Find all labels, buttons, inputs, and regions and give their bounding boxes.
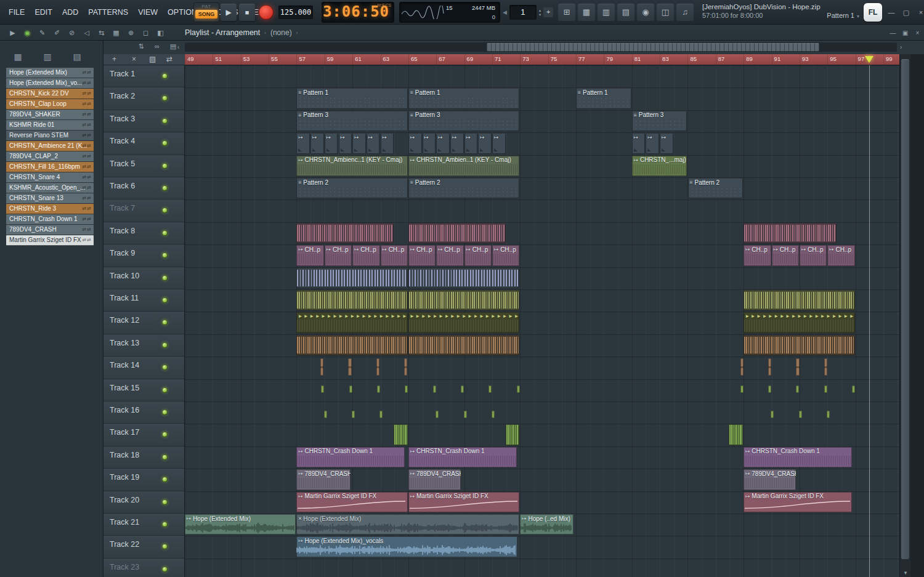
track-header-track-9[interactable]: Track 9	[103, 244, 185, 267]
clip-martin-garrix-sziget-id-fx[interactable]: ↦Martin Garrix Sziget ID FX	[744, 492, 852, 512]
spin-down-icon[interactable]: ▾	[539, 12, 541, 17]
track-header-track-21[interactable]: Track 21	[103, 514, 185, 536]
clip-cell[interactable]: ↦	[423, 133, 436, 153]
add-marker-button[interactable]: +	[112, 55, 116, 63]
scroll-down-icon[interactable]: ▾	[900, 570, 911, 576]
layout-icon[interactable]: ▤	[166, 42, 180, 50]
win-minimize-icon[interactable]: —	[888, 30, 898, 36]
menu-file[interactable]: FILE	[4, 8, 30, 17]
clip-chrstn-maj[interactable]: ↦CHRSTN_...maj)	[632, 156, 687, 176]
clip-pattern-1[interactable]: ≡Pattern 1	[296, 88, 407, 108]
picker-item-hope-extended-mix-vo[interactable]: Hope (Extended Mix)_vo...⇄⇄	[6, 78, 94, 89]
clip-cell[interactable]: ↦	[296, 133, 310, 153]
track-header-track-15[interactable]: Track 15	[103, 379, 185, 401]
song-mode-button[interactable]: SONG	[195, 10, 217, 18]
track-header-track-22[interactable]: Track 22	[103, 536, 185, 558]
horizontal-scrollbar-thumb[interactable]	[487, 43, 819, 51]
playlist-title[interactable]: Playlist - Arrangement	[185, 28, 260, 37]
vertical-scrollbar[interactable]: ▾	[899, 54, 910, 577]
mute-tool-icon[interactable]: ◁	[80, 29, 93, 37]
clip-ch-p[interactable]: ↦CH..p	[296, 245, 323, 265]
playlist-icon[interactable]: ▦	[578, 4, 595, 21]
clip-dot[interactable]	[464, 411, 467, 418]
clip-pattern-3[interactable]: ≡Pattern 3	[632, 111, 687, 131]
pattern-stack-icon[interactable]: ▦	[10, 52, 26, 64]
record-button[interactable]	[259, 5, 274, 20]
picker-item-hope-extended-mix[interactable]: Hope (Extended Mix)⇄⇄	[6, 68, 94, 78]
clip-dot[interactable]	[405, 385, 408, 393]
clip-chrstn-crash-down-1[interactable]: ↦CHRSTN_Crash Down 1	[744, 447, 852, 467]
clip-mini[interactable]	[824, 358, 827, 375]
track-header-track-7[interactable]: Track 7	[103, 200, 185, 222]
track-enable-led[interactable]	[162, 454, 168, 460]
clip-ch-p[interactable]: ↦CH..p	[381, 245, 408, 265]
picker-item-chrstn-clap-loop[interactable]: CHRSTN_Clap Loop⇄⇄	[6, 99, 94, 110]
clip-dot[interactable]	[827, 411, 830, 418]
time-display[interactable]: 3:06:50 M:S:CS	[322, 2, 394, 23]
pattern-prev-icon[interactable]: ◀	[503, 9, 507, 15]
picker-item-chrstn-snare-4[interactable]: CHRSTN_Snare 4⇄⇄	[6, 172, 94, 183]
clip-dot[interactable]	[768, 385, 771, 393]
clip-789dv4-crash[interactable]: ↦789DV4_CRASH	[744, 469, 796, 490]
clip-mini[interactable]	[348, 358, 351, 375]
clip-cell[interactable]: ↦	[436, 133, 450, 153]
track-header-track-3[interactable]: Track 3	[103, 110, 185, 132]
clip-cell[interactable]: ↦	[646, 133, 659, 153]
piano-keys-icon[interactable]: ♫	[676, 4, 694, 21]
clip-hope-extended-mix[interactable]: ×Hope (Extended Mix)	[296, 514, 519, 535]
tempo-display[interactable]: 125.000	[278, 6, 313, 19]
track-enable-led[interactable]	[162, 185, 168, 191]
playhead-marker[interactable]	[865, 56, 873, 63]
clip-ch-p[interactable]: ↦CH..p	[436, 245, 463, 265]
picker-item-chrstn-ride-3[interactable]: CHRSTN_Ride 3⇄⇄	[6, 204, 94, 214]
maximize-icon[interactable]: ▢	[901, 9, 912, 17]
clip-dot[interactable]	[796, 385, 799, 393]
menu-add[interactable]: ADD	[57, 8, 83, 17]
clip-chrstn-crash-down-1[interactable]: ↦CHRSTN_Crash Down 1	[296, 447, 405, 467]
browser-icon[interactable]: ◫	[657, 4, 674, 21]
track-enable-led[interactable]	[162, 140, 168, 146]
clip-dot[interactable]	[740, 385, 744, 393]
clip-dot[interactable]	[352, 411, 355, 418]
paint-pattern-icon[interactable]: ▧	[149, 55, 156, 63]
clip-stripes[interactable]	[296, 223, 394, 243]
clip-mini[interactable]	[404, 358, 407, 375]
picker-item-kshmr-acoustic-open[interactable]: KSHMR_Acoustic_Open_...⇄⇄	[6, 183, 94, 193]
clip-789dv4-crash[interactable]: ↦789DV4_CRASH	[296, 469, 351, 490]
paint-tool-icon[interactable]: ✐	[51, 29, 63, 37]
track-enable-led[interactable]	[162, 499, 168, 505]
clip-cell[interactable]: ↦	[632, 133, 646, 153]
picker-item-chrstn-fill-16-116bpm[interactable]: CHRSTN_Fill 16_116bpm⇄⇄	[6, 162, 94, 172]
clip-cell[interactable]: ↦	[464, 133, 478, 153]
picker-item-789dv4-crash[interactable]: 789DV4_CRASH⇄⇄	[6, 225, 94, 235]
clip-ch-p[interactable]: ↦CH..p	[744, 245, 771, 265]
track-enable-led[interactable]	[162, 410, 168, 415]
slip-tool-icon[interactable]: ⇆	[95, 29, 108, 37]
fl-logo[interactable]: FL	[864, 3, 882, 22]
wave-view-icon[interactable]: ▤	[69, 52, 85, 64]
clip-dot[interactable]	[488, 385, 492, 393]
track-enable-led[interactable]	[162, 118, 168, 124]
clip-arrows[interactable]: ►►►►►►►►►►►►►►►►►►►►►►►►►	[744, 312, 854, 333]
track-header-track-6[interactable]: Track 6	[103, 177, 185, 200]
detach-arrow-icon[interactable]: ▶	[6, 29, 19, 37]
clip-dot[interactable]	[771, 411, 774, 418]
clip-cell[interactable]: ↦	[408, 133, 422, 153]
clip-martin-garrix-sziget-id-fx[interactable]: ↦Martin Garrix Sziget ID FX	[408, 492, 519, 512]
clip-chrstn-crash-down-1[interactable]: ↦CHRSTN_Crash Down 1	[408, 447, 517, 467]
clip-ch-p[interactable]: ↦CH..p	[772, 245, 799, 265]
track-header-track-20[interactable]: Track 20	[103, 491, 185, 514]
clip-ch-p[interactable]: ↦CH..p	[352, 245, 379, 265]
clip-stripes[interactable]	[296, 290, 407, 310]
track-header-track-1[interactable]: Track 1	[103, 65, 185, 87]
step-grid-icon[interactable]: ⊞	[558, 4, 575, 21]
picker-item-chrstn-crash-down-1[interactable]: CHRSTN_Crash Down 1⇄⇄	[6, 214, 94, 225]
clip-dot[interactable]	[824, 385, 827, 393]
clip-stripes[interactable]	[408, 290, 519, 310]
track-enable-led[interactable]	[162, 163, 168, 169]
clip-block[interactable]	[394, 424, 408, 445]
clip-cell[interactable]: ↦	[310, 133, 324, 153]
clip-hope-ed-mix[interactable]: ↦Hope (..ed Mix)	[520, 514, 573, 535]
clip-stripes[interactable]	[408, 268, 519, 288]
clip-pattern-3[interactable]: ≡Pattern 3	[296, 111, 407, 131]
